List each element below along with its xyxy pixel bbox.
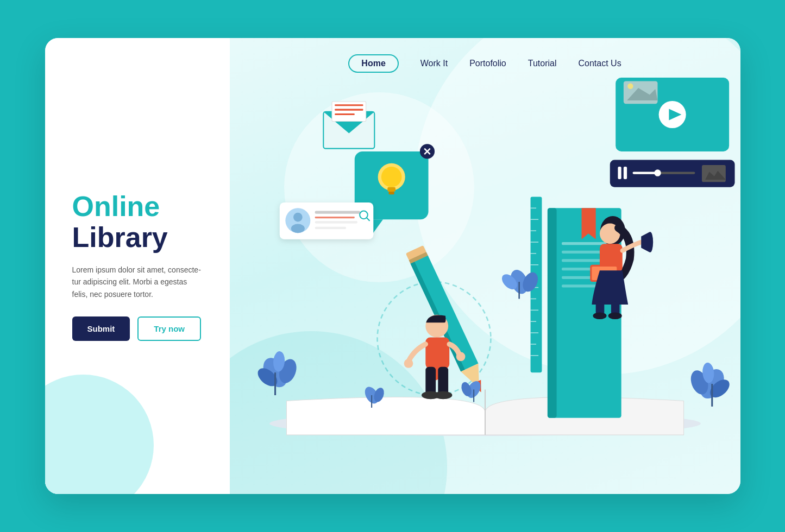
svg-rect-42 [335,104,363,106]
svg-point-59 [647,232,652,252]
svg-rect-71 [438,367,448,395]
hero-description: Lorem ipsum dolor sit amet, consecte-tur… [72,264,203,300]
right-panel: Home Work It Portofolio Tutorial Contact… [230,38,740,494]
svg-point-64 [593,313,606,320]
nav-tutorial[interactable]: Tutorial [528,59,557,68]
lightbulb-base [387,187,395,192]
plant-left [254,351,299,395]
tall-book-spine [547,208,556,417]
svg-rect-44 [335,113,355,115]
svg-rect-70 [425,367,436,395]
svg-point-47 [293,213,302,222]
svg-rect-67 [425,337,449,368]
title-library: Library [72,222,203,253]
illustration-scene [230,38,740,452]
try-now-button[interactable]: Try now [137,316,201,341]
nav-contact-us[interactable]: Contact Us [579,59,621,68]
svg-point-73 [434,391,452,400]
svg-rect-49 [315,211,360,214]
svg-rect-52 [315,227,346,229]
nav-home[interactable]: Home [348,54,398,73]
lightbulb-bulb [381,167,401,187]
navbar: Home Work It Portofolio Tutorial Contact… [230,54,740,73]
svg-point-48 [291,224,304,233]
title-online: Online [72,191,203,222]
svg-point-69 [456,352,465,362]
thumb-sun [627,84,633,89]
book-left-page [286,397,485,435]
progress-fill [632,172,657,174]
cta-buttons: Submit Try now [72,316,203,341]
svg-rect-43 [335,109,363,111]
lightbulb-base2 [388,192,394,194]
email-envelope [323,102,374,149]
left-panel: Online Library Lorem ipsum dolor sit ame… [45,38,230,494]
svg-rect-51 [315,221,357,223]
nav-portfolio[interactable]: Portofolio [469,59,506,68]
svg-rect-50 [315,217,354,218]
pause-bar-1 [618,167,621,179]
progress-thumb [654,169,661,176]
nav-work-it[interactable]: Work It [420,59,448,68]
plant-right [687,362,732,407]
svg-point-65 [608,313,621,320]
main-card: Online Library Lorem ipsum dolor sit ame… [45,38,740,494]
profile-card [279,202,373,239]
submit-button[interactable]: Submit [72,316,130,341]
pause-bar-2 [623,167,626,179]
svg-point-68 [404,359,413,368]
